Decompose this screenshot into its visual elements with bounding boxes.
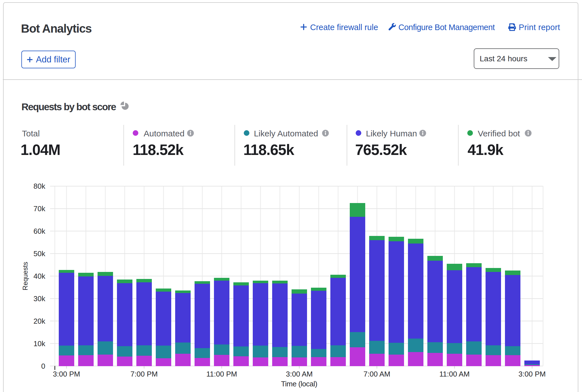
svg-text:0: 0 bbox=[41, 362, 45, 370]
svg-text:3:00 PM: 3:00 PM bbox=[518, 370, 546, 378]
svg-text:10k: 10k bbox=[33, 339, 46, 348]
svg-text:Requests: Requests bbox=[22, 262, 29, 290]
svg-text:40k: 40k bbox=[33, 272, 46, 280]
svg-text:50k: 50k bbox=[33, 249, 46, 258]
svg-text:20k: 20k bbox=[33, 317, 46, 325]
svg-text:11:00 PM: 11:00 PM bbox=[206, 370, 237, 378]
svg-text:80k: 80k bbox=[33, 182, 46, 190]
svg-text:3:00 AM: 3:00 AM bbox=[286, 370, 313, 378]
svg-text:Time (local): Time (local) bbox=[281, 380, 317, 388]
svg-text:3:00 PM: 3:00 PM bbox=[53, 370, 80, 378]
svg-text:60k: 60k bbox=[33, 227, 46, 235]
svg-text:70k: 70k bbox=[33, 204, 46, 213]
svg-text:30k: 30k bbox=[33, 294, 46, 303]
svg-text:7:00 AM: 7:00 AM bbox=[364, 370, 390, 378]
svg-text:11:00 AM: 11:00 AM bbox=[439, 370, 470, 378]
svg-text:7:00 PM: 7:00 PM bbox=[130, 370, 158, 378]
